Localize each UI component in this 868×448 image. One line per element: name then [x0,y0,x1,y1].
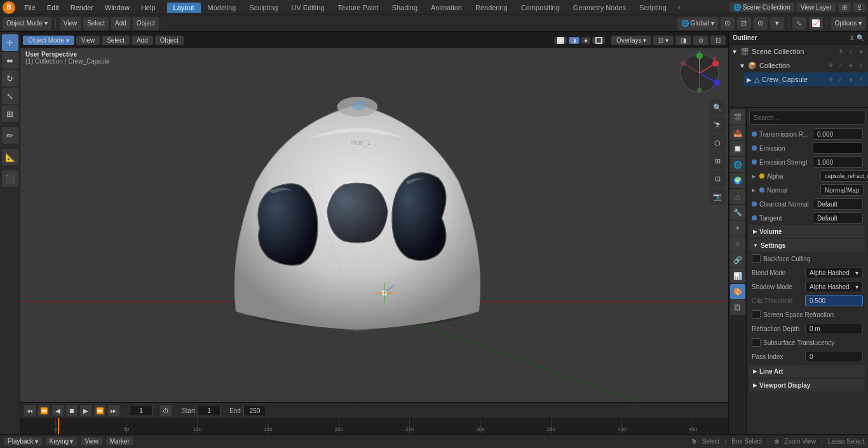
prop-tab-material[interactable]: 🎨 [730,284,745,299]
transform-selector[interactable]: 🌐 Global ▾ [677,17,718,30]
scene-render-icon[interactable]: ● [857,47,865,56]
prop-tab-render[interactable]: 🎬 [730,109,745,125]
normal-value[interactable]: Normal/Map [820,184,864,196]
outliner-search-icon[interactable]: 🔍 [857,34,864,41]
timeline-frame-picker[interactable]: ⏱ [160,405,172,416]
pass-index-value[interactable]: 0 [805,351,863,362]
vp-object-menu[interactable]: Object [155,36,184,45]
timeline-start-frame[interactable]: 1 [198,405,220,416]
timeline-play[interactable]: ▶ [80,405,92,416]
timeline-step-forward[interactable]: ⏩ [94,405,105,416]
shadow-mode-dropdown[interactable]: Alpha Hashed ▾ [805,281,863,292]
prop-tab-modifier[interactable]: 🔧 [730,205,745,220]
tab-shading[interactable]: Shading [386,3,424,13]
tab-geometry-nodes[interactable]: Geometry Nodes [567,3,632,13]
tangent-value[interactable]: Default [813,212,863,224]
vp-proportional-btn[interactable]: ⊙ [693,36,709,45]
refraction-depth-value[interactable]: 0 m [805,323,863,334]
view-layer-selector[interactable]: View Layer [797,3,836,12]
local-view-btn[interactable]: ⊞ [709,153,726,169]
zoom-out-btn[interactable]: 🔭 [709,117,726,133]
outliner-collection[interactable]: ▼ 📦 Collection 👁 ✓ ● ⊻ [736,58,868,72]
tab-sculpting[interactable]: Sculpting [243,3,284,13]
timeline-end-frame[interactable]: 250 [243,405,266,416]
collection-select-icon[interactable]: ✓ [836,61,845,70]
vp-shading-solid[interactable]: ◑ [569,37,580,44]
timeline-ruler[interactable]: 0 50 100 150 200 250 300 350 400 450 [20,418,728,435]
clip-threshold-value[interactable]: 0.500 [805,295,863,306]
timeline-play-stop[interactable]: ⏹ [66,405,78,416]
outliner-crew-capsule[interactable]: ▶ △ Crew_Capsule 👁 ✓ ● ⊻ [744,72,868,86]
vp-view-menu[interactable]: View [76,36,100,45]
alpha-value[interactable]: capsule_refract_inve... [820,170,868,182]
annotate-tool[interactable]: ✏ [2,127,18,144]
menu-window[interactable]: Window [100,3,135,13]
vp-mode-selector[interactable]: Object Mode ▾ [23,36,74,45]
tab-scripting[interactable]: Scripting [633,3,673,13]
timeline-current-frame[interactable]: 1 [130,405,153,416]
scale-tool[interactable]: ⤡ [2,88,18,104]
vp-shading-render[interactable]: 🔳 [592,37,605,44]
emission-value[interactable] [813,142,863,154]
graph-btn[interactable]: 📈 [809,17,823,30]
tab-animation[interactable]: Animation [424,3,468,13]
cursor-tool[interactable]: ✛ [2,34,18,51]
proportional-falloff-btn[interactable]: ▾ [770,17,784,30]
prop-tab-world[interactable]: 🌍 [730,173,745,188]
prop-tab-output[interactable]: 📤 [730,125,745,140]
screen-space-checkbox[interactable] [752,310,761,319]
prop-tab-physics[interactable]: ⚛ [730,236,745,252]
tab-layout[interactable]: Layout [167,3,201,13]
viewport-3d[interactable]: Object Mode ▾ View Select Add Object ⬜ ◑… [20,32,728,434]
select-menu[interactable]: Select [83,17,109,30]
vp-shading-material[interactable]: ● [581,37,590,44]
measure-tool[interactable]: 📐 [2,149,18,165]
collection-view-icon[interactable]: 👁 [826,61,835,70]
prop-tab-data[interactable]: 📊 [730,268,745,283]
object-select-icon[interactable]: ✓ [836,75,845,84]
object-view-icon[interactable]: 👁 [826,75,835,84]
prop-tab-scene[interactable]: 🌐 [730,157,745,172]
object-filter-icon[interactable]: ⊻ [857,75,865,84]
tab-rendering[interactable]: Rendering [469,3,514,13]
mode-selector[interactable]: Object Mode ▾ [3,17,51,30]
vp-overlay-btn[interactable]: Overlays ▾ [611,36,651,45]
options-btn[interactable]: Options ▾ [831,17,865,30]
scene-selector[interactable]: 🌐 Scene Collection [729,3,794,12]
curve-btn[interactable]: ∿ [792,17,806,30]
top-filter-btn[interactable]: ⊻ [853,3,865,12]
pivot-btn[interactable]: ⊙ [721,17,735,30]
scene-canvas[interactable]: Mem_1 [20,48,728,434]
timeline-play-back[interactable]: ◀ [52,405,64,416]
tab-modeling[interactable]: Modeling [201,3,243,13]
properties-search[interactable] [749,111,865,125]
statusbar-keying-btn[interactable]: Keying ▾ [46,437,78,445]
outliner-scene-collection[interactable]: ▼ 🎬 Scene Collection 👁 ✓ ● [729,44,868,58]
line-art-header[interactable]: ▶ Line Art [749,365,865,377]
perspective-btn[interactable]: ⬡ [709,135,726,151]
collection-render-icon[interactable]: ● [846,61,855,70]
move-tool[interactable]: ⬌ [2,52,18,69]
add-menu[interactable]: Add [111,17,130,30]
menu-render[interactable]: Render [65,3,98,13]
transform-tool[interactable]: ⊞ [2,105,18,122]
scene-select-icon[interactable]: ✓ [846,47,855,56]
tab-compositing[interactable]: Compositing [515,3,566,13]
vp-shading-wireframe[interactable]: ⬜ [554,37,567,44]
prop-tab-constraints[interactable]: 🔗 [730,252,745,268]
outliner-filter-icon[interactable]: ⊻ [850,34,854,41]
menu-edit[interactable]: Edit [42,3,64,13]
vp-add-menu[interactable]: Add [132,36,153,45]
snap-btn[interactable]: ⊡ [737,17,751,30]
tab-texture-paint[interactable]: Texture Paint [331,3,384,13]
rotate-tool[interactable]: ↻ [2,70,18,86]
timeline-jump-end[interactable]: ⏭ [108,405,119,416]
vp-viewport-shading-extra[interactable]: ⊡ ▾ [653,36,674,45]
top-expand-btn[interactable]: ⊞ [838,3,851,12]
proportional-edit-btn[interactable]: ⊙ [754,17,768,30]
statusbar-marker-btn[interactable]: Marker [106,437,133,445]
menu-help[interactable]: Help [136,3,161,13]
prop-tab-particles[interactable]: ✦ [730,221,745,236]
statusbar-playback-btn[interactable]: Playback ▾ [4,437,42,445]
add-cube-tool[interactable]: ⬛ [2,170,18,187]
